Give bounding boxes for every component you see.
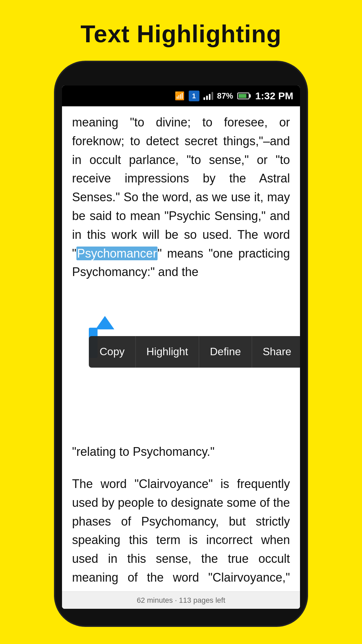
- phone-wrapper: 📶 1 87% 1:32 PM meaning "to divine; to f…: [55, 62, 307, 626]
- status-bar: 📶 1 87% 1:32 PM: [62, 86, 300, 106]
- notification-badge: 1: [189, 91, 199, 101]
- selection-handle-left-arrow: [96, 316, 114, 329]
- reading-footer-text: 62 minutes · 113 pages left: [137, 596, 225, 605]
- reading-content: meaning "to divine; to foresee, or forek…: [62, 106, 300, 609]
- context-menu-copy[interactable]: Copy: [89, 336, 136, 368]
- partial-line: "relating to Psychomancy.": [72, 442, 290, 461]
- context-menu-share[interactable]: Share: [252, 336, 300, 368]
- phone-screen: 📶 1 87% 1:32 PM meaning "to divine; to f…: [62, 86, 300, 609]
- battery-icon: [237, 93, 249, 99]
- battery-percent-text: 87%: [217, 91, 233, 101]
- signal-bars-icon: [203, 92, 213, 100]
- time-display: 1:32 PM: [255, 90, 293, 102]
- paragraph-2: The word "Clairvoyance" is frequently us…: [72, 475, 290, 606]
- context-menu-highlight[interactable]: Highlight: [136, 336, 199, 368]
- context-menu: Copy Highlight Define Share: [89, 336, 300, 368]
- paragraph-1-before: meaning "to divine; to foresee, or forek…: [72, 115, 290, 260]
- page-title-text: Text Highlighting: [0, 0, 362, 61]
- wifi-icon: 📶: [175, 91, 185, 101]
- context-menu-define[interactable]: Define: [199, 336, 252, 368]
- paragraph-1: meaning "to divine; to foresee, or forek…: [72, 113, 290, 281]
- reading-footer: 62 minutes · 113 pages left: [62, 591, 300, 609]
- highlighted-word: Psychomancer: [76, 247, 158, 260]
